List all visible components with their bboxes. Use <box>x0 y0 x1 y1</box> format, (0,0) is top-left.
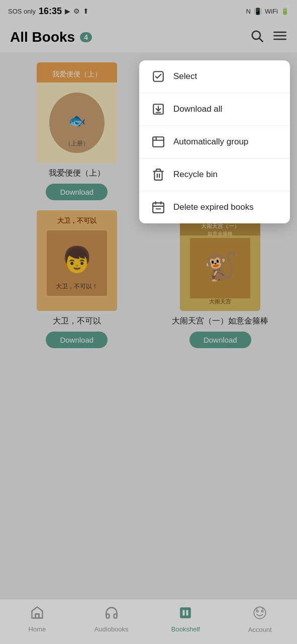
auto-group-icon <box>151 135 165 149</box>
select-icon <box>151 69 165 84</box>
menu-item-delete-expired[interactable]: Delete expired books <box>139 191 290 223</box>
menu-select-label: Select <box>173 71 197 82</box>
menu-item-recycle-bin[interactable]: Recycle bin <box>139 158 290 191</box>
download-all-icon <box>151 102 165 116</box>
menu-auto-group-label: Automatically group <box>173 137 248 147</box>
recycle-bin-icon <box>151 168 165 182</box>
menu-item-select[interactable]: Select <box>139 60 290 93</box>
dropdown-menu: Select Download all Automatically group <box>139 60 290 223</box>
menu-recycle-bin-label: Recycle bin <box>173 170 218 180</box>
menu-download-all-label: Download all <box>173 104 222 114</box>
menu-item-auto-group[interactable]: Automatically group <box>139 126 290 158</box>
menu-delete-expired-label: Delete expired books <box>173 202 254 212</box>
svg-rect-44 <box>153 137 164 147</box>
delete-expired-icon <box>151 200 165 214</box>
svg-rect-49 <box>153 203 164 213</box>
menu-item-download-all[interactable]: Download all <box>139 93 290 126</box>
